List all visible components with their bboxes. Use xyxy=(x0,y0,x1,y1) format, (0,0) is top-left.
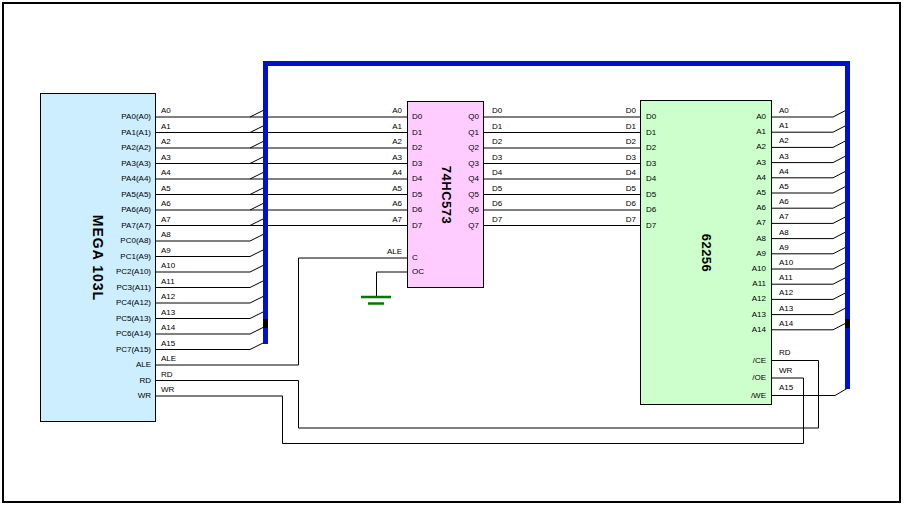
bus-entry-A6 xyxy=(250,203,264,210)
net-label-a6: A6 xyxy=(161,199,171,209)
net-label-right-a3: A3 xyxy=(779,152,789,162)
net-label-data2-d7: D7 xyxy=(576,215,636,225)
net-label-right-a12: A12 xyxy=(779,288,793,298)
bus-entry-A2 xyxy=(250,141,264,148)
net-label-right-a9: A9 xyxy=(779,243,789,253)
pin-mcu-pc7(a15): PC7(A15) xyxy=(91,345,151,355)
pin-sram-a10: A10 xyxy=(706,264,766,274)
pin-sram-d0: D0 xyxy=(646,112,656,122)
pin-mcu-rd: RD xyxy=(91,376,151,386)
net-label-right-a1: A1 xyxy=(779,121,789,131)
wire-oc-ground xyxy=(377,272,408,296)
pin-sram-a2: A2 xyxy=(706,142,766,152)
pin-latch-q1: Q1 xyxy=(419,128,479,138)
pin-mcu-pa6(a6): PA6(A6) xyxy=(91,205,151,215)
bus-entry-A5 xyxy=(250,188,264,195)
pin-mcu-ale: ALE xyxy=(91,360,151,370)
pin-mcu-pa3(a3): PA3(A3) xyxy=(91,159,151,169)
pin-mcu-pc0(a8): PC0(A8) xyxy=(91,236,151,246)
net-label-right-a2: A2 xyxy=(779,136,789,146)
pin-latch-oc: OC xyxy=(412,267,424,277)
pin-sram-nce: /CE xyxy=(706,356,766,366)
pin-mcu-wr: WR xyxy=(91,391,151,401)
net-label-right-a11: A11 xyxy=(779,273,793,283)
net-label-data-d3: D3 xyxy=(492,153,502,163)
bus-entry-A3 xyxy=(250,157,264,164)
net-label-a8: A8 xyxy=(161,230,171,240)
net-label-right-a4: A4 xyxy=(779,167,789,177)
net-label-a2: A2 xyxy=(161,137,171,147)
bus-entry-A0 xyxy=(250,110,264,117)
pin-sram-a11: A11 xyxy=(706,279,766,289)
net-label-data-d7: D7 xyxy=(492,215,502,225)
net-label-right-a8: A8 xyxy=(779,228,789,238)
net-label-ctrl-rd: RD xyxy=(779,348,791,358)
net-label-right-a14: A14 xyxy=(779,319,793,329)
net-label-latch-in-a1: A1 xyxy=(342,122,402,132)
pin-sram-d4: D4 xyxy=(646,174,656,184)
wire-ale xyxy=(156,258,407,365)
net-label-a3: A3 xyxy=(161,153,171,163)
bus-entry-A10 xyxy=(250,265,264,272)
net-label-ctrl-a15: A15 xyxy=(779,383,793,393)
pin-mcu-pa0(a0): PA0(A0) xyxy=(91,112,151,122)
net-label-data2-d1: D1 xyxy=(576,122,636,132)
bus-entry-A15 xyxy=(250,343,264,350)
net-label-right-a6: A6 xyxy=(779,197,789,207)
pin-latch-q2: Q2 xyxy=(419,143,479,153)
net-label-data-d1: D1 xyxy=(492,122,502,132)
net-label-data-d5: D5 xyxy=(492,184,502,194)
net-label-right-a10: A10 xyxy=(779,258,793,268)
net-label-data-d4: D4 xyxy=(492,168,502,178)
net-label-data2-d4: D4 xyxy=(576,168,636,178)
pin-latch-c: C xyxy=(412,253,418,263)
pin-mcu-pa2(a2): PA2(A2) xyxy=(91,143,151,153)
net-label-a13: A13 xyxy=(161,308,175,318)
pin-sram-d2: D2 xyxy=(646,143,656,153)
net-label-right-a5: A5 xyxy=(779,182,789,192)
net-label-a10: A10 xyxy=(161,261,175,271)
bus-entry-A7 xyxy=(250,219,264,226)
net-label-a14: A14 xyxy=(161,323,175,333)
pin-sram-a0: A0 xyxy=(706,112,766,122)
pin-latch-q7: Q7 xyxy=(419,221,479,231)
net-label-ctrl-wr: WR xyxy=(779,366,792,376)
pin-sram-a4: A4 xyxy=(706,173,766,183)
pin-mcu-pa7(a7): PA7(A7) xyxy=(91,221,151,231)
pin-latch-q6: Q6 xyxy=(419,205,479,215)
pin-sram-a8: A8 xyxy=(706,234,766,244)
pin-sram-a5: A5 xyxy=(706,188,766,198)
pin-mcu-pc4(a12): PC4(A12) xyxy=(91,298,151,308)
net-label-data2-d0: D0 xyxy=(576,106,636,116)
bus-entry-A14 xyxy=(250,327,264,334)
net-label-latch-in-a7: A7 xyxy=(342,215,402,225)
net-label-data-d2: D2 xyxy=(492,137,502,147)
net-label-a15: A15 xyxy=(161,339,175,349)
pin-mcu-pc2(a10): PC2(A10) xyxy=(91,267,151,277)
net-label-data2-d6: D6 xyxy=(576,199,636,209)
net-label-a11: A11 xyxy=(161,277,175,287)
pin-sram-a1: A1 xyxy=(706,127,766,137)
net-label-a7: A7 xyxy=(161,215,171,225)
pin-sram-noe: /OE xyxy=(706,373,766,383)
net-label-right-a7: A7 xyxy=(779,212,789,222)
pin-latch-q5: Q5 xyxy=(419,190,479,200)
bus-mark-left xyxy=(263,319,268,328)
pin-mcu-pa1(a1): PA1(A1) xyxy=(91,128,151,138)
pin-sram-a7: A7 xyxy=(706,218,766,228)
pin-sram-a13: A13 xyxy=(706,310,766,320)
bus-entry-A11 xyxy=(250,281,264,288)
net-label-latch-in-a4: A4 xyxy=(342,168,402,178)
pin-sram-d5: D5 xyxy=(646,190,656,200)
pin-mcu-pc6(a14): PC6(A14) xyxy=(91,329,151,339)
net-label-latch-in-a0: A0 xyxy=(342,106,402,116)
bus-entry-A13 xyxy=(250,312,264,319)
net-label-data-d6: D6 xyxy=(492,199,502,209)
pin-mcu-pa4(a4): PA4(A4) xyxy=(91,174,151,184)
pin-mcu-pc3(a11): PC3(A11) xyxy=(91,283,151,293)
pin-latch-q3: Q3 xyxy=(419,159,479,169)
net-label-latch-in-a2: A2 xyxy=(342,137,402,147)
net-label-latch-in-a5: A5 xyxy=(342,184,402,194)
net-label-data2-d2: D2 xyxy=(576,137,636,147)
pin-mcu-pc5(a13): PC5(A13) xyxy=(91,314,151,324)
